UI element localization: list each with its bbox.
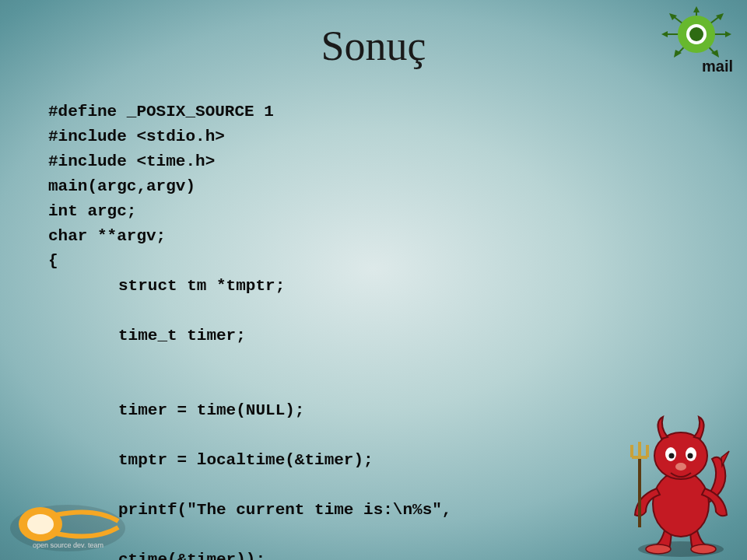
svg-point-33 — [675, 463, 686, 471]
svg-text:open source dev. team: open source dev. team — [33, 541, 103, 549]
svg-point-24 — [646, 544, 671, 554]
svg-point-25 — [691, 544, 716, 554]
svg-point-31 — [669, 453, 675, 459]
svg-marker-7 — [693, 6, 700, 12]
slide-title: Sonuç — [321, 22, 426, 70]
svg-point-20 — [27, 514, 54, 534]
svg-point-16 — [689, 27, 703, 41]
code-line: #define _POSIX_SOURCE 1 — [48, 103, 274, 121]
code-line: main(argc,argv) — [48, 177, 195, 195]
code-line: timer = time(NULL); — [48, 398, 617, 423]
code-line: int argc; — [48, 202, 136, 220]
code-line: #include <stdio.h> — [48, 128, 225, 145]
code-line: ctime(&timer)); — [48, 548, 617, 560]
code-line: printf("The current time is:\n%s", — [48, 498, 617, 523]
svg-marker-11 — [725, 31, 731, 37]
code-line: { — [48, 252, 58, 270]
code-block: #define _POSIX_SOURCE 1 #include <stdio.… — [48, 75, 617, 560]
svg-marker-10 — [661, 31, 668, 37]
svg-point-32 — [688, 453, 693, 459]
mail-logo-icon: mail — [654, 5, 739, 79]
code-line: tmptr = localtime(&timer); — [48, 448, 617, 473]
svg-marker-23 — [721, 451, 729, 466]
svg-point-26 — [653, 471, 709, 537]
code-line: char **argv; — [48, 227, 166, 245]
svg-text:mail: mail — [702, 58, 733, 75]
code-line: #include <time.h> — [48, 152, 215, 170]
code-line: time_t timer; — [48, 324, 617, 348]
bsd-daemon-mascot-icon — [622, 411, 739, 558]
enderunix-logo-icon: open source dev. team — [9, 501, 126, 555]
svg-point-28 — [654, 432, 707, 479]
code-line: struct tm *tmptr; — [48, 274, 617, 299]
